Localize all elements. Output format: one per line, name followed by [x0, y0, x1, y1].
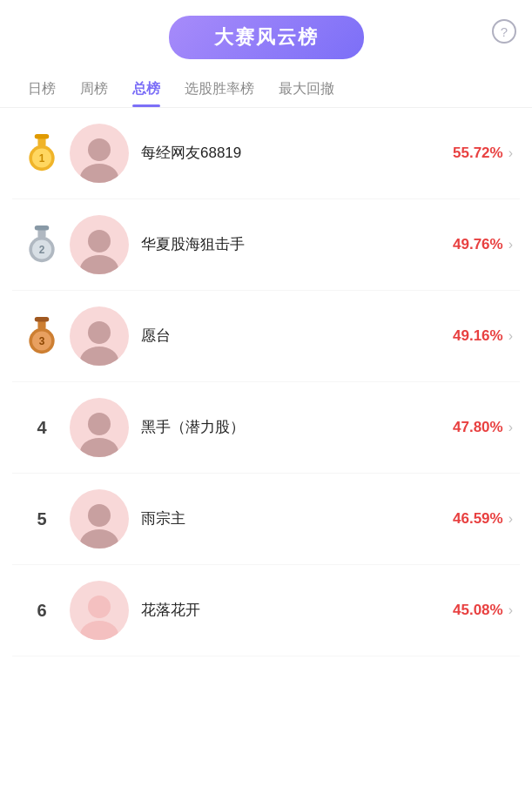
percent-value: 46.59% [453, 510, 503, 528]
rankings-list: 1 每经网友68819 55.72% › [0, 108, 532, 656]
chevron-right-icon: › [508, 328, 513, 344]
chevron-right-icon: › [508, 420, 513, 435]
percent-value: 49.16% [453, 327, 503, 345]
rank-label: 5 [37, 509, 46, 529]
svg-point-21 [88, 413, 111, 435]
percent-value: 49.76% [453, 236, 503, 253]
silver-medal-icon: 2 [23, 225, 61, 264]
svg-rect-4 [35, 134, 50, 139]
percent-value: 55.72% [453, 145, 503, 162]
svg-point-12 [88, 230, 111, 252]
user-name: 雨宗主 [141, 510, 185, 527]
user-name: 花落花开 [141, 602, 200, 618]
rank-number: 4 [19, 418, 64, 438]
avatar [70, 124, 129, 183]
page-title: 大赛风云榜 [214, 26, 319, 48]
avatar [70, 215, 129, 274]
user-name-col: 华夏股海狙击手 [141, 234, 453, 255]
svg-point-20 [80, 347, 118, 366]
percent-col: 55.72% › [453, 145, 513, 162]
svg-point-25 [88, 596, 111, 618]
percent-value: 47.80% [453, 419, 503, 436]
svg-point-26 [80, 621, 118, 640]
percent-col: 47.80% › [453, 419, 513, 436]
tab-maxreturn[interactable]: 最大回撤 [266, 71, 347, 107]
rank-number: 6 [19, 601, 64, 621]
chevron-right-icon: › [508, 602, 513, 618]
svg-text:3: 3 [39, 335, 45, 347]
tab-weekly[interactable]: 周榜 [68, 71, 120, 107]
percent-col: 45.08% › [453, 602, 513, 619]
user-name-col: 黑手（潜力股） [141, 417, 453, 438]
svg-point-22 [80, 438, 118, 457]
gold-medal-icon: 1 [23, 134, 61, 172]
title-background: 大赛风云榜 [169, 16, 364, 59]
avatar [70, 306, 129, 366]
tab-total[interactable]: 总榜 [120, 71, 172, 107]
percent-value: 45.08% [453, 602, 503, 619]
svg-rect-18 [35, 317, 50, 322]
list-item[interactable]: 3 愿台 49.16% › [12, 291, 520, 382]
user-name: 黑手（潜力股） [141, 419, 245, 435]
svg-point-23 [88, 504, 111, 527]
svg-point-5 [88, 138, 111, 161]
user-name: 华夏股海狙击手 [141, 236, 245, 252]
rank-label: 6 [37, 601, 46, 621]
svg-rect-11 [35, 225, 50, 231]
rank-badge: 2 [19, 225, 64, 264]
list-item[interactable]: 5 雨宗主 46.59% › [12, 474, 520, 565]
tab-winrate[interactable]: 选股胜率榜 [172, 71, 266, 107]
page-header: 大赛风云榜 ? [0, 0, 532, 71]
svg-point-19 [88, 321, 111, 344]
help-button[interactable]: ? [492, 19, 516, 44]
avatar [70, 398, 129, 457]
svg-text:2: 2 [39, 244, 45, 256]
rank-badge: 3 [19, 317, 64, 355]
percent-col: 49.16% › [453, 327, 513, 345]
svg-text:1: 1 [39, 152, 45, 165]
user-name-col: 花落花开 [141, 600, 453, 621]
avatar [70, 489, 129, 549]
percent-col: 49.76% › [453, 236, 513, 253]
question-mark-icon: ? [501, 24, 508, 39]
list-item[interactable]: 4 黑手（潜力股） 47.80% › [12, 382, 520, 474]
user-name-col: 雨宗主 [141, 508, 453, 529]
rank-badge: 1 [19, 134, 64, 172]
bronze-medal-icon: 3 [23, 317, 61, 355]
chevron-right-icon: › [508, 511, 513, 527]
percent-col: 46.59% › [453, 510, 513, 528]
avatar [70, 581, 129, 640]
rank-label: 4 [37, 418, 46, 438]
user-name-col: 愿台 [141, 326, 453, 347]
list-item[interactable]: 1 每经网友68819 55.72% › [12, 108, 520, 199]
svg-point-24 [80, 529, 118, 549]
user-name: 愿台 [141, 327, 171, 344]
svg-point-13 [80, 255, 118, 274]
list-item[interactable]: 2 华夏股海狙击手 49.76% › [12, 199, 520, 291]
list-item[interactable]: 6 花落花开 45.08% › [12, 565, 520, 656]
user-name: 每经网友68819 [141, 145, 241, 161]
user-name-col: 每经网友68819 [141, 143, 453, 164]
chevron-right-icon: › [508, 145, 513, 161]
svg-point-6 [80, 164, 118, 183]
rank-number: 5 [19, 509, 64, 529]
tab-bar: 日榜 周榜 总榜 选股胜率榜 最大回撤 [0, 71, 532, 108]
tab-daily[interactable]: 日榜 [16, 71, 68, 107]
chevron-right-icon: › [508, 237, 513, 252]
